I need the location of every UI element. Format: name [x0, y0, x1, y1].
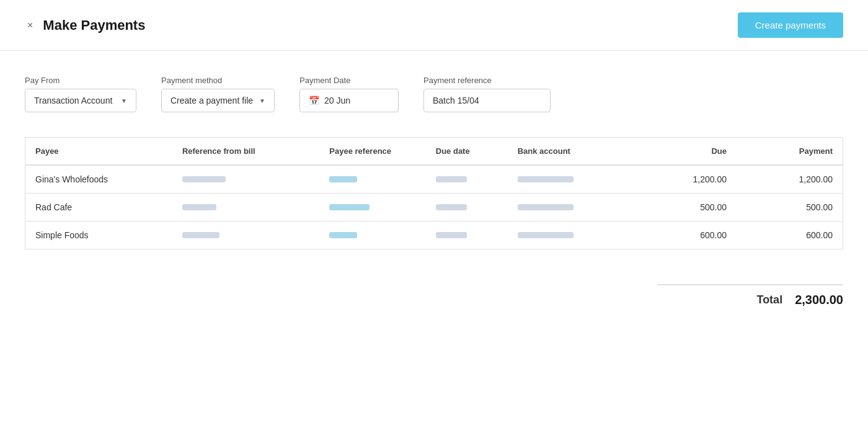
table-section: Payee Reference from bill Payee referenc… [0, 125, 868, 274]
cell-duedate [426, 194, 508, 221]
total-box: Total 2,300.00 [657, 284, 843, 307]
close-button[interactable]: × [25, 17, 35, 34]
cell-due: 600.00 [655, 221, 737, 249]
pay-from-field: Pay From Transaction Account ▼ [25, 76, 136, 112]
cell-due: 500.00 [655, 194, 737, 221]
payment-reference-label: Payment reference [423, 76, 551, 85]
cell-payeeref [319, 165, 425, 194]
cell-payee: Simple Foods [25, 221, 172, 249]
page-container: × Make Payments Create payments Pay From… [0, 0, 868, 425]
form-section: Pay From Transaction Account ▼ Payment m… [0, 51, 868, 125]
cell-bank [508, 194, 655, 221]
cell-payment: 500.00 [737, 194, 843, 221]
payment-date-field: Payment Date 📅 20 Jun [299, 76, 399, 112]
table-row: Gina's Wholefoods 1,200.00 1,200.00 [25, 165, 843, 194]
payment-reference-field: Payment reference [423, 76, 551, 112]
payment-date-label: Payment Date [299, 76, 399, 85]
table-row: Simple Foods 600.00 600.00 [25, 221, 843, 249]
total-row: Total 2,300.00 [0, 274, 868, 307]
col-header-payeeref: Payee reference [319, 138, 425, 166]
total-label: Total [756, 293, 782, 306]
table-row: Rad Cafe 500.00 500.00 [25, 194, 843, 221]
close-icon: × [27, 20, 33, 31]
cell-payee: Gina's Wholefoods [25, 165, 172, 194]
payment-method-value: Create a payment file [170, 96, 253, 105]
payment-method-field: Payment method Create a payment file ▼ [161, 76, 275, 112]
pay-from-value: Transaction Account [34, 96, 112, 105]
cell-duedate [426, 165, 508, 194]
payments-table: Payee Reference from bill Payee referenc… [25, 137, 843, 249]
cell-payment: 600.00 [737, 221, 843, 249]
col-header-due: Due [655, 138, 737, 166]
payment-date-value: 20 Jun [324, 96, 350, 105]
pay-from-dropdown[interactable]: Transaction Account ▼ [25, 89, 136, 112]
cell-reference [172, 165, 319, 194]
total-amount: 2,300.00 [795, 293, 843, 307]
col-header-duedate: Due date [426, 138, 508, 166]
header-left: × Make Payments [25, 17, 145, 34]
cell-payment: 1,200.00 [737, 165, 843, 194]
cell-reference [172, 194, 319, 221]
col-header-reference: Reference from bill [172, 138, 319, 166]
cell-bank [508, 165, 655, 194]
pay-from-label: Pay From [25, 76, 136, 85]
cell-payee: Rad Cafe [25, 194, 172, 221]
cell-due: 1,200.00 [655, 165, 737, 194]
col-header-payee: Payee [25, 138, 172, 166]
payment-method-label: Payment method [161, 76, 275, 85]
page-title: Make Payments [43, 17, 145, 34]
cell-payeeref [319, 194, 425, 221]
col-header-bank: Bank account [508, 138, 655, 166]
cell-payeeref [319, 221, 425, 249]
header: × Make Payments Create payments [0, 0, 868, 51]
cell-reference [172, 221, 319, 249]
cell-bank [508, 221, 655, 249]
create-payments-button[interactable]: Create payments [738, 12, 843, 38]
table-header-row: Payee Reference from bill Payee referenc… [25, 138, 843, 166]
col-header-payment: Payment [737, 138, 843, 166]
calendar-icon: 📅 [309, 96, 319, 105]
payment-date-input[interactable]: 📅 20 Jun [299, 89, 399, 112]
chevron-down-icon-2: ▼ [259, 97, 265, 104]
payment-reference-input[interactable] [423, 89, 551, 112]
cell-duedate [426, 221, 508, 249]
payment-method-dropdown[interactable]: Create a payment file ▼ [161, 89, 275, 112]
chevron-down-icon: ▼ [121, 97, 127, 104]
